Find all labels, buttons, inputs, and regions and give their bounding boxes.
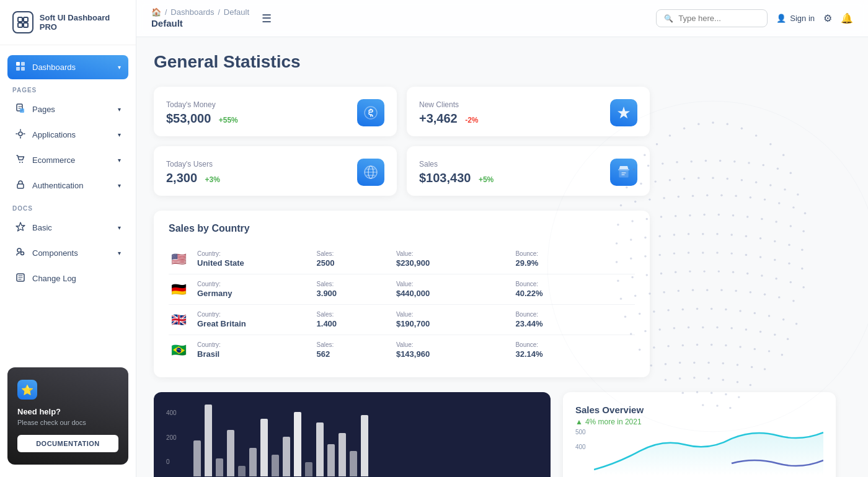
svg-point-19 xyxy=(726,123,728,125)
help-title: Need help? xyxy=(17,407,118,416)
stat-info-clients: New Clients +3,462 -2% xyxy=(419,100,479,126)
country-row-us: 🇺🇸 Country: United State Sales: 2500 Val… xyxy=(169,244,635,274)
svg-point-140 xyxy=(667,309,669,311)
svg-point-81 xyxy=(802,230,804,232)
settings-icon[interactable]: ⚙ xyxy=(823,12,832,24)
user-icon: 👤 xyxy=(776,14,786,23)
svg-point-40 xyxy=(790,172,792,173)
svg-point-52 xyxy=(784,188,786,190)
svg-point-76 xyxy=(732,214,734,216)
notification-icon[interactable]: 🔔 xyxy=(841,12,853,24)
basic-icon xyxy=(15,222,26,234)
svg-rect-4 xyxy=(16,62,20,66)
topbar-right: 🔍 👤 Sign in ⚙ 🔔 xyxy=(656,9,853,27)
us-flag: 🇺🇸 xyxy=(169,252,188,266)
breadcrumb-default-top[interactable]: Default xyxy=(224,7,249,17)
svg-point-63 xyxy=(750,196,751,198)
chart-bars-container xyxy=(193,405,538,477)
svg-point-39 xyxy=(777,168,779,170)
signin-button[interactable]: 👤 Sign in xyxy=(776,14,815,23)
svg-point-139 xyxy=(653,310,655,312)
search-box[interactable]: 🔍 xyxy=(656,9,768,27)
home-icon[interactable]: 🏠 xyxy=(151,7,161,17)
svg-point-107 xyxy=(774,259,776,261)
de-flag: 🇩🇪 xyxy=(169,282,188,296)
svg-point-118 xyxy=(732,271,734,273)
svg-point-89 xyxy=(716,233,718,235)
svg-point-188 xyxy=(750,384,751,386)
sidebar-ecommerce-label: Ecommerce xyxy=(32,155,75,165)
overview-y-500: 500 xyxy=(575,429,586,435)
svg-point-177 xyxy=(707,362,709,364)
svg-point-176 xyxy=(693,362,695,364)
breadcrumb-dashboards[interactable]: Dashboards xyxy=(170,7,214,17)
stat-value-money: $53,000 +55% xyxy=(166,112,238,126)
svg-point-165 xyxy=(682,344,684,346)
svg-point-25 xyxy=(683,128,685,129)
sidebar-item-pages[interactable]: Pages ▾ xyxy=(7,97,128,121)
overview-chart-svg xyxy=(594,426,823,476)
app-name: Soft UI Dashboard PRO xyxy=(40,13,123,32)
us-bounce-col: Bounce: 29.9% xyxy=(515,250,635,268)
breadcrumb-sep2: / xyxy=(218,8,219,17)
page-content: General Statistics Today's Money $53,000… xyxy=(136,37,868,477)
sidebar-item-components[interactable]: Components ▾ xyxy=(7,241,128,265)
stat-value-sales: $103,430 +5% xyxy=(419,171,494,185)
stat-info-users: Today's Users 2,300 +3% xyxy=(166,160,220,185)
search-input[interactable] xyxy=(678,14,759,23)
help-star-icon: ⭐ xyxy=(17,380,37,400)
de-name: Germany xyxy=(197,289,317,298)
sidebar-item-applications[interactable]: Applications ▾ xyxy=(7,123,128,147)
sidebar-item-changelog[interactable]: Change Log xyxy=(7,266,128,291)
svg-point-78 xyxy=(761,218,763,220)
bottom-row: 400 200 0 xyxy=(154,392,836,477)
sidebar-item-authentication[interactable]: Authentication ▾ xyxy=(7,173,128,198)
svg-point-49 xyxy=(741,179,743,181)
svg-point-187 xyxy=(737,381,738,383)
svg-point-115 xyxy=(689,270,691,272)
authentication-chevron-icon: ▾ xyxy=(118,182,121,189)
stat-icon-users xyxy=(357,159,384,186)
svg-point-54 xyxy=(620,204,622,206)
hamburger-menu[interactable]: ☰ xyxy=(259,9,274,28)
sidebar-authentication-label: Authentication xyxy=(32,181,83,190)
breadcrumb-top: 🏠 / Dashboards / Default xyxy=(151,7,249,17)
overview-subtitle: ▲ 4% more in 2021 xyxy=(575,418,823,426)
svg-point-163 xyxy=(653,346,655,348)
sales-overview-card: Sales Overview ▲ 4% more in 2021 500 400 xyxy=(563,392,836,477)
svg-point-123 xyxy=(802,286,804,288)
ecommerce-chevron-icon: ▾ xyxy=(118,157,121,164)
pages-section-label: PAGES xyxy=(7,81,128,97)
sidebar-item-dashboards[interactable]: Dashboards ▾ xyxy=(7,55,128,79)
svg-point-10 xyxy=(19,132,22,136)
svg-point-149 xyxy=(795,323,797,325)
breadcrumb: 🏠 / Dashboards / Default Default xyxy=(151,7,249,29)
sidebar-item-basic[interactable]: Basic ▾ xyxy=(7,216,128,240)
svg-rect-3 xyxy=(24,23,28,27)
svg-point-31 xyxy=(662,162,663,164)
svg-point-152 xyxy=(658,328,660,330)
svg-point-47 xyxy=(712,177,714,179)
svg-rect-7 xyxy=(21,67,25,71)
svg-point-103 xyxy=(716,252,718,253)
svg-point-113 xyxy=(660,273,662,274)
de-value-col: Value: $440,000 xyxy=(396,281,516,298)
svg-point-21 xyxy=(755,134,757,136)
svg-point-175 xyxy=(679,362,681,364)
svg-point-87 xyxy=(688,233,689,235)
sidebar-item-ecommerce[interactable]: Ecommerce ▾ xyxy=(7,148,128,172)
chart-bar xyxy=(361,415,368,476)
svg-point-134 xyxy=(764,294,766,295)
gb-bounce: 23.44% xyxy=(515,319,635,328)
docs-section-label: DOCS xyxy=(7,199,128,216)
documentation-button[interactable]: DOCUMENTATION xyxy=(17,435,118,452)
svg-point-143 xyxy=(711,308,712,310)
svg-point-131 xyxy=(720,289,722,291)
svg-point-60 xyxy=(706,194,708,196)
svg-point-15 xyxy=(21,252,24,255)
help-widget: ⭐ Need help? Please check our docs DOCUM… xyxy=(7,367,128,465)
gb-name: Great Britain xyxy=(197,319,317,328)
country-col-us: Country: United State xyxy=(197,250,317,268)
svg-point-12 xyxy=(22,162,23,163)
chart-bar xyxy=(350,451,357,476)
